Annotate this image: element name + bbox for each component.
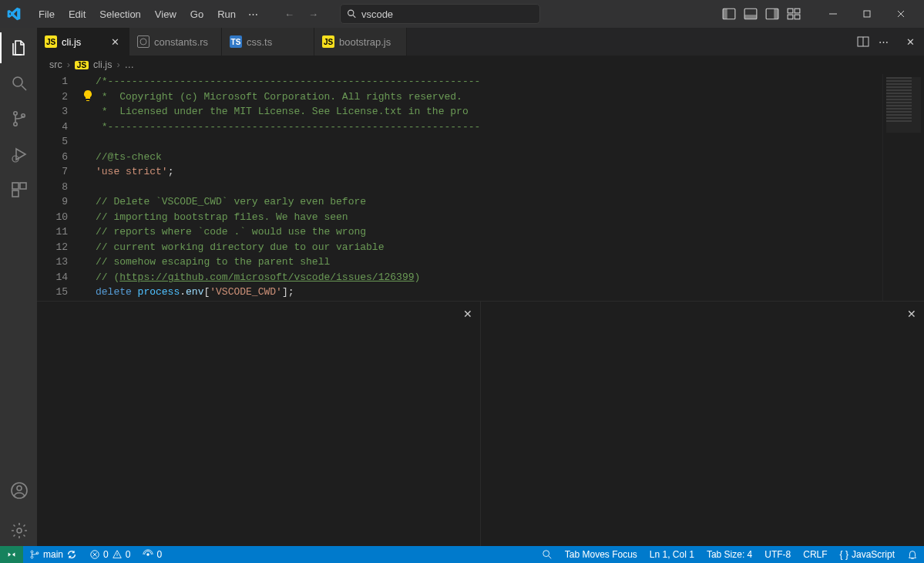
activity-settings[interactable] [0,515,37,546]
svg-point-18 [14,112,17,115]
code-line[interactable]: * Licensed under the MIT License. See Li… [82,104,882,120]
problems-status[interactable]: 0 0 [83,546,136,563]
ports-status[interactable]: 0 [136,546,168,563]
split-editor-icon[interactable] [857,35,869,48]
tab-cli-js[interactable]: JS cli.js ✕ [37,28,129,56]
tab-constants-rs[interactable]: constants.rs [129,28,222,56]
activity-debug[interactable] [0,139,37,170]
close-window-button[interactable] [884,0,918,28]
notifications-button[interactable] [901,549,924,560]
layout-sidebar-left-icon[interactable] [722,7,736,21]
nav-back-button[interactable]: ← [281,7,297,22]
chevron-right-icon: › [116,59,119,70]
bell-icon [907,549,918,560]
menu-overflow[interactable]: ⋯ [244,5,263,23]
code-line[interactable]: // (https://github.com/microsoft/vscode/… [82,270,882,285]
search-input[interactable] [361,8,533,20]
menu-run[interactable]: Run [211,5,242,23]
code-line[interactable]: // reports where `code .` would use the … [82,224,882,240]
tab-bootstrap-js[interactable]: JS bootstrap.js [314,28,407,56]
line-number: 11 [37,224,82,240]
code-line[interactable]: // current working directory due to our … [82,240,882,255]
code-line[interactable]: // somehow escaping to the parent shell [82,255,882,270]
activity-accounts[interactable] [0,475,37,506]
code-line[interactable]: * Copyright (c) Microsoft Corporation. A… [82,89,882,105]
menu-edit[interactable]: Edit [62,5,92,23]
command-center[interactable] [340,4,540,24]
lightbulb-icon[interactable] [82,89,94,102]
line-number: 12 [37,240,82,255]
svg-line-17 [22,86,26,90]
tab-size[interactable]: Tab Size: 4 [701,549,758,560]
eol[interactable]: CRLF [797,549,833,560]
crumb-file[interactable]: cli.js [93,59,112,70]
line-number: 6 [37,150,82,165]
svg-marker-21 [16,149,25,160]
breadcrumbs[interactable]: src › JS cli.js › … [37,56,924,74]
svg-point-16 [13,77,22,86]
menu-selection[interactable]: Selection [93,5,146,23]
tab-label: css.ts [247,36,272,48]
activity-source-control[interactable] [0,103,37,134]
code-line[interactable]: *---------------------------------------… [82,120,882,135]
line-number: 13 [37,255,82,270]
line-number: 4 [37,120,82,135]
line-number: 14 [37,270,82,285]
code-line[interactable]: /*--------------------------------------… [82,74,882,89]
code-line[interactable] [82,134,882,150]
encoding-label: UTF-8 [764,549,791,560]
menu-view[interactable]: View [149,5,183,23]
activity-search[interactable] [0,68,37,99]
panel-right: ✕ [481,302,924,546]
svg-line-41 [549,556,552,559]
minimap[interactable] [882,74,924,301]
maximize-button[interactable] [850,0,884,28]
code-area[interactable]: /*--------------------------------------… [82,74,882,301]
warning-icon [112,549,123,560]
ts-file-icon: TS [230,35,242,48]
gear-icon [10,521,29,540]
more-actions-icon[interactable]: ⋯ [879,36,889,48]
app-logo [6,6,22,22]
branch-status[interactable]: main [23,546,83,563]
layout-customize-icon[interactable] [787,7,801,21]
braces-icon: { } [840,549,848,560]
line-number: 3 [37,104,82,120]
tab-moves-status[interactable]: Tab Moves Focus [559,549,643,560]
minimize-button[interactable] [816,0,850,28]
code-line[interactable]: 'use strict'; [82,164,882,180]
tab-close-button[interactable]: ✕ [109,35,121,48]
code-line[interactable]: //@ts-check [82,150,882,165]
activity-explorer[interactable] [0,32,37,63]
tab-css-ts[interactable]: TS css.ts [222,28,314,56]
crumb-folder[interactable]: src [49,59,62,70]
activity-extensions[interactable] [0,174,37,205]
menu-file[interactable]: File [32,5,61,23]
activity-bar [0,28,37,546]
svg-point-33 [31,556,33,558]
svg-rect-9 [795,8,800,13]
line-number: 1 [37,74,82,89]
code-editor[interactable]: 123456789101112131415 /*----------------… [37,74,924,301]
code-line[interactable]: delete process.env['VSCODE_CWD']; [82,285,882,300]
window-controls [816,0,918,28]
cursor-position[interactable]: Ln 1, Col 1 [643,549,701,560]
svg-rect-5 [744,15,757,19]
language-mode[interactable]: { } JavaScript [834,549,901,560]
layout-sidebar-right-icon[interactable] [765,7,779,21]
code-line[interactable] [82,180,882,195]
encoding[interactable]: UTF-8 [758,549,797,560]
line-number: 2 [37,89,82,105]
panel-close-button[interactable]: ✕ [907,308,916,320]
menu-go[interactable]: Go [184,5,210,23]
feedback-status[interactable] [536,549,559,560]
code-line[interactable]: // Delete `VSCODE_CWD` very early even b… [82,194,882,210]
svg-rect-3 [723,8,727,19]
remote-button[interactable] [0,546,23,563]
crumb-more[interactable]: … [125,59,135,70]
nav-forward-button[interactable]: → [305,7,321,22]
code-line[interactable]: // importing bootstrap files. We have se… [82,210,882,225]
editor-group-close[interactable]: ✕ [896,28,924,56]
layout-panel-icon[interactable] [744,7,758,21]
panel-close-button[interactable]: ✕ [463,308,472,320]
